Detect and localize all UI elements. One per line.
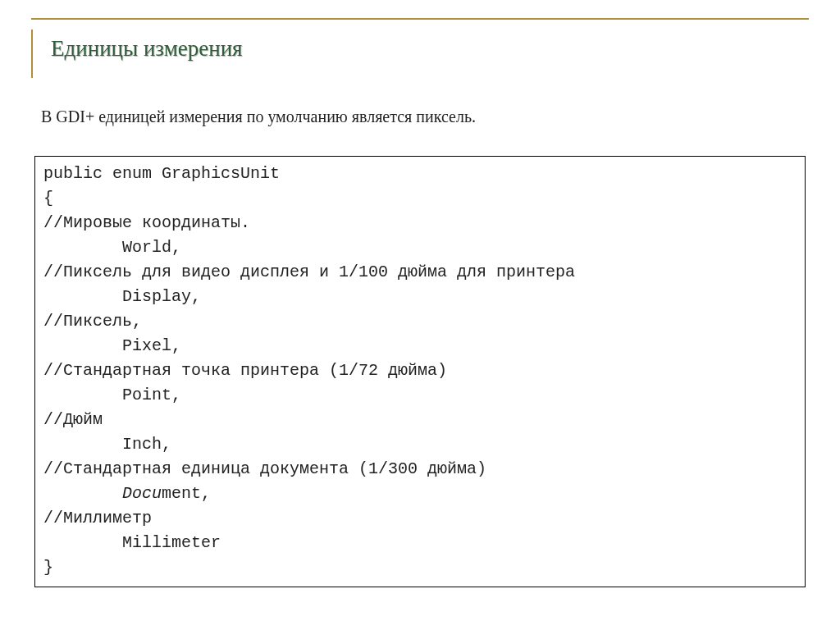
accent-bar [31, 30, 33, 78]
code-line: { [43, 189, 53, 208]
code-line: //Пиксель, [43, 312, 142, 331]
code-line: Millimeter [43, 533, 221, 552]
code-line: } [43, 558, 53, 577]
code-content: public enum GraphicsUnit { //Мировые коо… [43, 162, 797, 580]
slide-title: Единицы измерения [51, 30, 243, 78]
code-line: public enum GraphicsUnit [43, 164, 280, 183]
code-line: Document, [43, 484, 211, 503]
code-line: Pixel, [43, 336, 181, 355]
top-rule [31, 18, 809, 20]
intro-text: В GDI+ единицей измерения по умолчанию я… [41, 107, 809, 126]
code-line: //Дюйм [43, 410, 103, 429]
code-line: Display, [43, 287, 201, 306]
code-block: public enum GraphicsUnit { //Мировые коо… [34, 156, 806, 587]
code-line: World, [43, 238, 181, 257]
code-line: Inch, [43, 435, 171, 454]
code-line: //Миллиметр [43, 509, 152, 527]
slide: Единицы измерения В GDI+ единицей измере… [0, 0, 840, 602]
code-line: Point, [43, 386, 181, 404]
code-line: //Стандартная точка принтера (1/72 дюйма… [43, 361, 447, 380]
code-line: //Стандартная единица документа (1/300 д… [43, 459, 486, 478]
header: Единицы измерения [31, 30, 809, 78]
code-line: //Пиксель для видео дисплея и 1/100 дюйм… [43, 262, 575, 281]
code-line: //Мировые координаты. [43, 213, 250, 232]
